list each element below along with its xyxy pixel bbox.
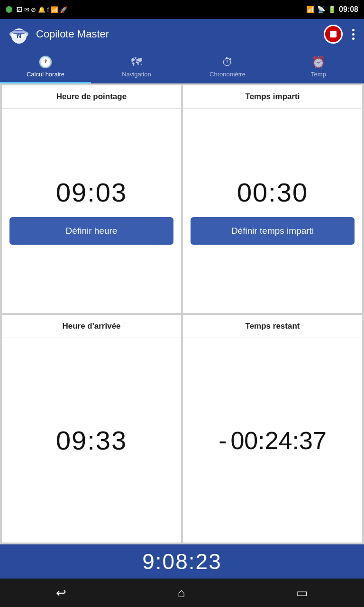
card-heure-arrivee: Heure d'arrivée 09:33 bbox=[2, 315, 181, 543]
heure-arrivee-time: 09:33 bbox=[56, 425, 127, 456]
temps-restant-time-display: - 00:24:37 bbox=[218, 426, 327, 455]
back-button[interactable]: ↩ bbox=[46, 582, 76, 604]
tab-bar: 🕐 Calcul horaire 🗺 Navigation ⏱ Chronomè… bbox=[0, 49, 364, 83]
card-temps-imparti-body: 00:30 Définir temps imparti bbox=[183, 109, 362, 313]
app-bar: N Copilote Master bbox=[0, 19, 364, 49]
battery-icon: 🔋 bbox=[328, 6, 336, 13]
status-time: 09:08 bbox=[339, 5, 358, 14]
map-icon: 🗺 bbox=[131, 55, 142, 69]
clock-icon: 🕐 bbox=[38, 55, 53, 69]
record-button[interactable] bbox=[324, 25, 343, 44]
definir-heure-button[interactable]: Définir heure bbox=[9, 217, 173, 245]
recent-icon: ▭ bbox=[296, 586, 308, 600]
signal-icon: 📡 bbox=[317, 6, 325, 13]
svg-rect-4 bbox=[12, 31, 26, 33]
card-heure-pointage: Heure de pointage 09:03 Définir heure bbox=[2, 85, 181, 313]
app-title: Copilote Master bbox=[36, 28, 324, 40]
recent-apps-button[interactable]: ▭ bbox=[287, 582, 318, 604]
card-heure-pointage-body: 09:03 Définir heure bbox=[2, 109, 181, 313]
card-temps-imparti-header: Temps imparti bbox=[183, 85, 362, 109]
tab-calcul-horaire-label: Calcul horaire bbox=[27, 71, 64, 78]
definir-temps-imparti-button[interactable]: Définir temps imparti bbox=[191, 217, 355, 245]
heure-pointage-time: 09:03 bbox=[56, 177, 127, 208]
bottom-current-time: 9:08:23 bbox=[142, 549, 221, 574]
tab-chronometre-label: Chronomètre bbox=[209, 71, 246, 78]
green-dot-icon bbox=[6, 6, 12, 13]
main-content: Heure de pointage 09:03 Définir heure Te… bbox=[0, 83, 364, 544]
temps-restant-time: 00:24:37 bbox=[230, 426, 326, 455]
card-heure-pointage-header: Heure de pointage bbox=[2, 85, 181, 109]
wifi-icon: 📶 bbox=[306, 6, 314, 13]
stopwatch-icon: ⏱ bbox=[222, 55, 233, 69]
tab-navigation[interactable]: 🗺 Navigation bbox=[91, 49, 182, 83]
status-bar: 🖼 ✉ ⊘ 🔔 f 📶 🚀 📶 📡 🔋 09:08 bbox=[0, 0, 364, 19]
more-menu-button[interactable] bbox=[350, 27, 356, 42]
card-temps-restant: Temps restant - 00:24:37 bbox=[183, 315, 362, 543]
home-icon: ⌂ bbox=[178, 586, 185, 600]
tab-temp-label: Temp bbox=[311, 71, 326, 78]
app-logo: N bbox=[8, 23, 30, 46]
alarm-icon: ⏰ bbox=[311, 55, 326, 69]
tab-calcul-horaire[interactable]: 🕐 Calcul horaire bbox=[0, 49, 91, 83]
back-icon: ↩ bbox=[56, 586, 66, 600]
tab-navigation-label: Navigation bbox=[122, 71, 151, 78]
status-icons: 🖼 ✉ ⊘ 🔔 f 📶 🚀 bbox=[6, 6, 67, 13]
nav-bar: ↩ ⌂ ▭ bbox=[0, 579, 364, 607]
status-bar-right: 📶 📡 🔋 09:08 bbox=[306, 5, 358, 14]
temps-imparti-time: 00:30 bbox=[237, 177, 308, 208]
home-button[interactable]: ⌂ bbox=[168, 582, 195, 604]
status-icons-group: 🖼 ✉ ⊘ 🔔 f 📶 🚀 bbox=[16, 6, 67, 13]
tab-chronometre[interactable]: ⏱ Chronomètre bbox=[182, 49, 273, 83]
card-temps-restant-header: Temps restant bbox=[183, 315, 362, 338]
card-heure-arrivee-body: 09:33 bbox=[2, 338, 181, 543]
card-temps-restant-body: - 00:24:37 bbox=[183, 338, 362, 543]
tab-temp[interactable]: ⏰ Temp bbox=[273, 49, 364, 83]
card-temps-imparti: Temps imparti 00:30 Définir temps impart… bbox=[183, 85, 362, 313]
bottom-time-bar: 9:08:23 bbox=[0, 544, 364, 579]
temps-restant-sign: - bbox=[218, 426, 227, 455]
card-heure-arrivee-header: Heure d'arrivée bbox=[2, 315, 181, 338]
